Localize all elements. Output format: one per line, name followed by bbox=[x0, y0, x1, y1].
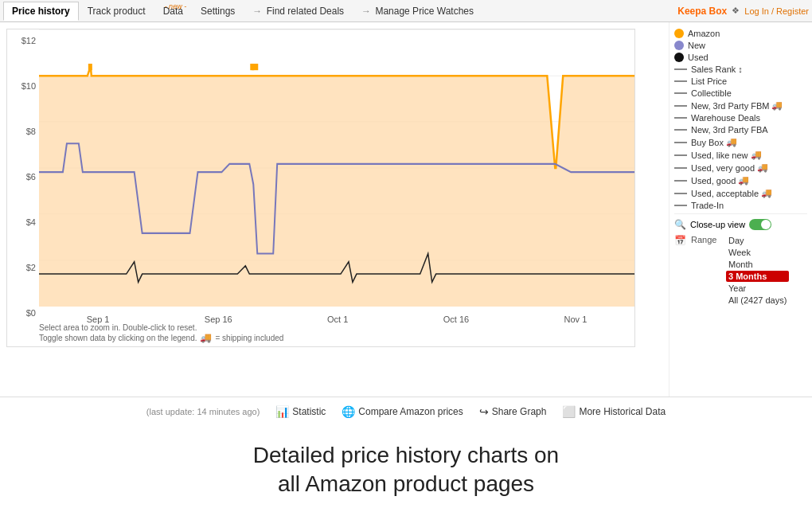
y-label-5: $10 bbox=[7, 81, 39, 91]
used-good-label: Used, good 🚚 bbox=[691, 175, 749, 186]
tab-price-history[interactable]: Price history bbox=[3, 2, 79, 21]
new-badge: - new - bbox=[165, 2, 187, 10]
tab-data[interactable]: - new - Data bbox=[154, 2, 192, 21]
chart-wrapper[interactable]: $0 $2 $4 $6 $8 $10 $12 bbox=[6, 29, 635, 347]
used-like-new-dash bbox=[674, 154, 687, 156]
trade-in-label: Trade-In bbox=[691, 201, 724, 210]
buybox-label: Buy Box 🚚 bbox=[691, 137, 737, 147]
truck-uvg: 🚚 bbox=[757, 162, 768, 173]
closeup-toggle[interactable] bbox=[749, 219, 771, 230]
closeup-label: Close-up view bbox=[690, 220, 745, 229]
keepa-brand: Keepa Box ❖ Log In / Register bbox=[677, 6, 809, 17]
legend-3p-fbm[interactable]: New, 3rd Party FBM 🚚 bbox=[674, 100, 807, 111]
legend-panel: Amazon New Used Sales Rank ↕ List Price … bbox=[669, 22, 812, 397]
collectible-dash bbox=[674, 92, 687, 94]
search-icon: 🔍 bbox=[674, 219, 686, 230]
collectible-label: Collectible bbox=[691, 88, 732, 98]
truck-icon-footer: 🚚 bbox=[200, 332, 212, 343]
legend-list-price[interactable]: List Price bbox=[674, 76, 807, 86]
tab-manage-watches[interactable]: → Manage Price Watches bbox=[353, 2, 482, 21]
arrow-icon: → bbox=[252, 6, 262, 17]
new-dot bbox=[674, 41, 684, 50]
legend-buybox[interactable]: Buy Box 🚚 bbox=[674, 137, 807, 147]
range-month[interactable]: Month bbox=[726, 259, 789, 270]
warehouse-dash bbox=[674, 117, 687, 119]
chart-container: $0 $2 $4 $6 $8 $10 $12 bbox=[0, 22, 669, 397]
globe-icon: 🌐 bbox=[342, 405, 355, 418]
chart-footer: Select area to zoom in. Double-click to … bbox=[39, 323, 634, 343]
warehouse-label: Warehouse Deals bbox=[691, 113, 760, 123]
list-price-label: List Price bbox=[691, 76, 727, 86]
login-register-link[interactable]: Log In / Register bbox=[744, 6, 809, 16]
3p-fba-label: New, 3rd Party FBA bbox=[691, 125, 768, 135]
history-label: More Historical Data bbox=[579, 406, 666, 417]
legend-used-good[interactable]: Used, good 🚚 bbox=[674, 175, 807, 186]
toggle-knob bbox=[761, 220, 771, 229]
used-vg-label: Used, very good 🚚 bbox=[691, 162, 768, 173]
amazon-label: Amazon bbox=[688, 29, 720, 38]
bottom-bar: (last update: 14 minutes ago) 📊 Statisti… bbox=[0, 397, 812, 425]
promo-line1: Detailed price history charts on bbox=[8, 441, 804, 470]
range-day[interactable]: Day bbox=[726, 235, 789, 246]
used-acc-dash bbox=[674, 193, 687, 194]
range-options: Day Week Month 3 Months Year All (2427 d… bbox=[726, 235, 789, 306]
3p-fbm-dash bbox=[674, 105, 687, 107]
truck-ua: 🚚 bbox=[761, 188, 772, 198]
legend-amazon[interactable]: Amazon bbox=[674, 29, 807, 38]
y-label-2: $4 bbox=[7, 217, 39, 227]
legend-sales-rank[interactable]: Sales Rank ↕ bbox=[674, 64, 807, 74]
share-icon: ↪ bbox=[479, 405, 489, 418]
legend-collectible[interactable]: Collectible bbox=[674, 88, 807, 98]
legend-used[interactable]: Used bbox=[674, 53, 807, 62]
nav-bar: Price history Track product - new - Data… bbox=[0, 0, 812, 22]
promo-text: Detailed price history charts on all Ama… bbox=[0, 425, 812, 507]
used-like-new-label: Used, like new 🚚 bbox=[691, 150, 762, 160]
used-dot bbox=[674, 53, 684, 62]
history-button[interactable]: ⬜ More Historical Data bbox=[562, 405, 666, 418]
3p-fba-dash bbox=[674, 129, 687, 131]
statistic-button[interactable]: 📊 Statistic bbox=[275, 405, 326, 418]
range-3months[interactable]: 3 Months bbox=[726, 271, 789, 282]
closeup-row: 🔍 Close-up view bbox=[674, 219, 807, 230]
range-week[interactable]: Week bbox=[726, 247, 789, 258]
legend-warehouse[interactable]: Warehouse Deals bbox=[674, 113, 807, 123]
range-all[interactable]: All (2427 days) bbox=[726, 295, 789, 306]
svg-rect-10 bbox=[252, 64, 258, 70]
keepa-box-icon: ❖ bbox=[732, 6, 740, 16]
y-label-1: $2 bbox=[7, 263, 39, 272]
tab-settings[interactable]: Settings bbox=[192, 2, 244, 21]
share-button[interactable]: ↪ Share Graph bbox=[479, 405, 547, 418]
legend-used-like-new[interactable]: Used, like new 🚚 bbox=[674, 150, 807, 160]
arrow-icon-2: → bbox=[361, 6, 371, 17]
tab-track-product[interactable]: Track product bbox=[79, 2, 154, 21]
legend-3p-fba[interactable]: New, 3rd Party FBA bbox=[674, 125, 807, 135]
list-price-dash bbox=[674, 80, 687, 82]
sales-rank-label: Sales Rank ↕ bbox=[691, 64, 743, 74]
y-label-0: $0 bbox=[7, 308, 39, 318]
y-label-6: $12 bbox=[7, 36, 39, 45]
chart-svg-area bbox=[39, 29, 634, 307]
new-label: New bbox=[688, 41, 705, 50]
used-label: Used bbox=[688, 53, 709, 62]
legend-divider bbox=[674, 213, 807, 214]
buybox-dash bbox=[674, 142, 687, 143]
legend-new[interactable]: New bbox=[674, 41, 807, 50]
compare-button[interactable]: 🌐 Compare Amazon prices bbox=[342, 405, 463, 418]
tab-find-deals[interactable]: → Find related Deals bbox=[244, 2, 353, 21]
range-year[interactable]: Year bbox=[726, 283, 789, 294]
used-vg-dash bbox=[674, 167, 687, 169]
truck-uln: 🚚 bbox=[751, 150, 762, 160]
truck-buybox: 🚚 bbox=[726, 137, 737, 147]
truck-ug: 🚚 bbox=[738, 175, 749, 186]
3p-fbm-label: New, 3rd Party FBM 🚚 bbox=[691, 100, 783, 111]
legend-used-very-good[interactable]: Used, very good 🚚 bbox=[674, 162, 807, 173]
share-label: Share Graph bbox=[492, 406, 547, 417]
used-good-dash bbox=[674, 180, 687, 182]
y-label-3: $6 bbox=[7, 172, 39, 182]
legend-used-acceptable[interactable]: Used, acceptable 🚚 bbox=[674, 188, 807, 198]
legend-trade-in[interactable]: Trade-In bbox=[674, 201, 807, 210]
keepa-logo: Keepa Box bbox=[677, 6, 727, 17]
promo-line2: all Amazon product pages bbox=[8, 470, 804, 498]
history-icon: ⬜ bbox=[562, 405, 576, 418]
y-label-4: $8 bbox=[7, 127, 39, 136]
